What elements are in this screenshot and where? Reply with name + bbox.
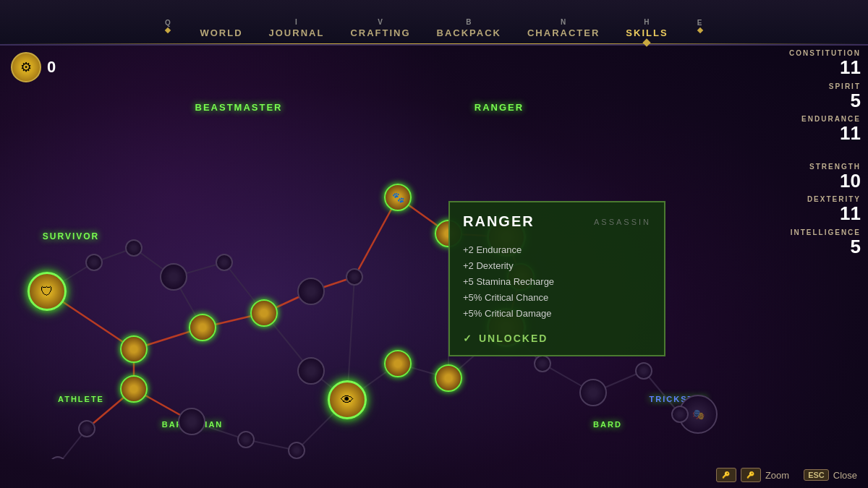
nav-item-world[interactable]: WORLD — [187, 26, 255, 38]
node-center-icon: 👁 — [330, 382, 365, 417]
node-sm-1[interactable] — [120, 375, 148, 403]
tooltip-stat-4: +5% Critical Chance — [463, 290, 651, 306]
tooltip-stat-1: +2 Endurance — [463, 242, 651, 258]
node-inactive-2[interactable] — [160, 263, 187, 291]
label-athlete: ATHLETE — [58, 395, 104, 403]
nav-hotkey-q: Q — [165, 19, 171, 27]
node-inactive-8[interactable] — [78, 420, 95, 437]
stat-value-dexterity: 11 — [774, 203, 861, 224]
stat-value-constitution: 11 — [774, 57, 861, 78]
nav-item-journal[interactable]: I JOURNAL — [256, 18, 338, 38]
node-inactive-12[interactable] — [534, 355, 551, 372]
node-inactive-10[interactable] — [237, 431, 255, 448]
currency-display: ⚙ 0 — [11, 52, 56, 82]
node-inactive-3[interactable] — [216, 254, 233, 271]
stat-divider — [774, 148, 861, 163]
node-bm1-icon: 🐾 — [386, 185, 410, 210]
nav-item-skills[interactable]: H SKILLS — [613, 18, 681, 38]
node-center-special[interactable]: 👁 — [328, 380, 367, 419]
tooltip-panel: RANGER ASSASSIN +2 Endurance +2 Dexterit… — [448, 201, 665, 356]
node-survivor-icon: 🛡 — [30, 274, 64, 309]
node-mid-1[interactable] — [189, 314, 216, 341]
tooltip-stat-3: +5 Stamina Recharge — [463, 274, 651, 290]
node-sm-2[interactable] — [250, 299, 278, 327]
bottom-bar: 🔑 🔑 Zoom ESC Close — [705, 462, 868, 488]
tooltip-stat-2: +2 Dexterity — [463, 258, 651, 274]
nav-hotkey-e: E — [697, 19, 703, 27]
currency-icon: ⚙ — [11, 52, 41, 82]
stat-dexterity: DEXTERITY 11 — [774, 195, 861, 224]
skill-tree: BEASTMASTER RANGER SURVIVOR ATHLETE BARB… — [0, 46, 774, 459]
node-mid2-icon — [122, 337, 146, 361]
node-sm-4[interactable] — [435, 364, 462, 392]
nav-dot-q — [165, 27, 171, 33]
stat-label-spirit: SPIRIT — [774, 82, 861, 90]
stat-constitution: CONSTITUTION 11 — [774, 49, 861, 78]
tooltip-subtitle: ASSASSIN — [594, 218, 651, 226]
stat-value-intelligence: 5 — [774, 236, 861, 257]
zoom-hint: 🔑 🔑 Zoom — [716, 468, 789, 482]
nav-item-character[interactable]: N CHARACTER — [514, 18, 613, 38]
nav-item-crafting[interactable]: V CRAFTING — [337, 18, 423, 38]
stat-label-intelligence: INTELLIGENCE — [774, 228, 861, 236]
zoom-key-icon: 🔑 — [716, 468, 736, 482]
tooltip-unlocked: ✓ UNLOCKED — [463, 333, 651, 344]
nav-item-q[interactable]: Q — [149, 19, 187, 38]
nav-label-backpack: BACKPACK — [437, 27, 501, 38]
label-bard: BARD — [593, 420, 622, 429]
nav-label-skills: SKILLS — [626, 27, 668, 38]
nav-item-backpack[interactable]: B BACKPACK — [424, 18, 514, 38]
label-beastmaster: BEASTMASTER — [195, 102, 283, 113]
tooltip-stat-5: +5% Critical Damage — [463, 306, 651, 322]
nav-bar: Q WORLD I JOURNAL V CRAFTING B BACKPACK … — [0, 0, 868, 46]
node-mid-2[interactable] — [120, 335, 148, 363]
node-inactive-11[interactable] — [288, 442, 305, 459]
currency-value: 0 — [47, 58, 56, 77]
stat-strength: STRENGTH 10 — [774, 163, 861, 192]
close-hint: ESC Close — [804, 469, 857, 481]
nav-label-crafting: CRAFTING — [350, 27, 410, 38]
label-ranger: RANGER — [475, 102, 524, 113]
zoom-key-icon2: 🔑 — [741, 468, 761, 482]
node-inactive-7[interactable] — [297, 357, 325, 385]
unlocked-text: UNLOCKED — [479, 333, 548, 344]
nav-label-character: CHARACTER — [527, 27, 600, 38]
checkmark-icon: ✓ — [463, 333, 473, 344]
zoom-label: Zoom — [765, 470, 789, 481]
nav-hotkey-character: N — [561, 18, 566, 26]
nav-item-e[interactable]: E — [681, 19, 719, 38]
node-survivor[interactable]: 🛡 — [27, 272, 67, 311]
nav-hotkey-journal: I — [295, 18, 298, 26]
node-inactive-5[interactable] — [346, 268, 363, 286]
node-inactive-16[interactable] — [671, 406, 689, 423]
close-label: Close — [833, 470, 857, 481]
stat-intelligence: INTELLIGENCE 5 — [774, 228, 861, 257]
stat-value-endurance: 11 — [774, 123, 861, 144]
node-beastmaster-1[interactable]: 🐾 — [384, 184, 412, 211]
nav-label-journal: JOURNAL — [269, 27, 325, 38]
nav-dot-e — [697, 27, 702, 33]
nav-label-world: WORLD — [200, 27, 242, 38]
stat-spirit: SPIRIT 5 — [774, 82, 861, 111]
nav-hotkey-crafting: V — [378, 18, 383, 26]
node-inactive-1[interactable] — [85, 254, 103, 271]
stat-value-spirit: 5 — [774, 90, 861, 111]
tooltip-title: RANGER — [463, 213, 535, 230]
node-inactive-6[interactable] — [125, 239, 142, 257]
nav-hotkey-backpack: B — [466, 18, 472, 26]
node-inactive-14[interactable] — [635, 362, 652, 380]
node-mid1-icon — [190, 315, 215, 340]
stat-value-strength: 10 — [774, 171, 861, 192]
node-inactive-4[interactable] — [297, 278, 325, 305]
node-inactive-9[interactable] — [178, 408, 205, 435]
stat-endurance: ENDURANCE 11 — [774, 115, 861, 144]
stats-panel: CONSTITUTION 11 SPIRIT 5 ENDURANCE 11 ST… — [774, 49, 861, 262]
close-key: ESC — [804, 469, 829, 481]
node-sm-3[interactable] — [384, 350, 412, 377]
label-survivor: SURVIVOR — [43, 231, 99, 241]
nav-hotkey-skills: H — [644, 18, 650, 26]
node-inactive-13[interactable] — [579, 379, 607, 406]
